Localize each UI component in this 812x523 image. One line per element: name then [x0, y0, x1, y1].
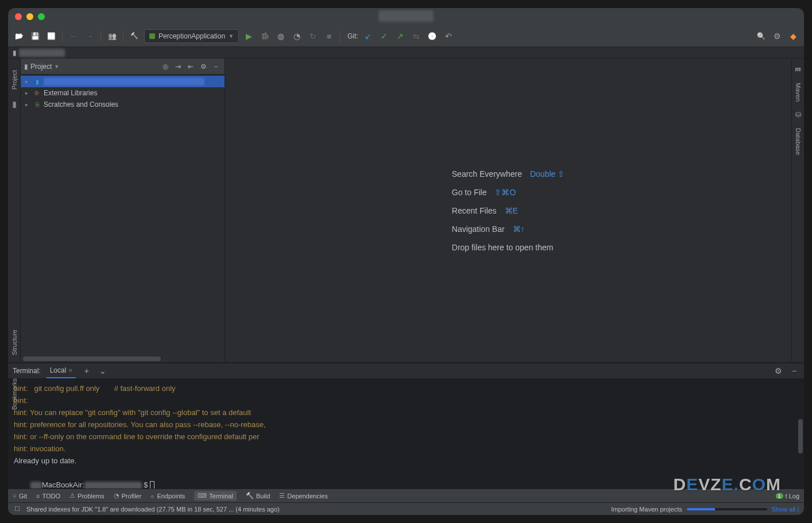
folder-tab-icon[interactable]: ▮ — [10, 101, 19, 110]
project-tree[interactable]: ▸ ▮ ▸ ⊪ External Libraries ▸ ⎘ Scratches… — [21, 75, 225, 362]
maven-tab-label: Maven — [795, 83, 802, 102]
project-tab-label: Project — [11, 70, 18, 90]
tab-label: Git — [19, 493, 27, 499]
hint-label: Search Everywhere — [452, 169, 522, 179]
problems-icon — [69, 492, 75, 499]
ide-gradient-icon[interactable]: ◆ — [787, 30, 799, 42]
hide-terminal-icon[interactable] — [789, 366, 799, 376]
tab-endpoints[interactable]: Endpoints — [150, 493, 185, 499]
nav-forward-icon[interactable] — [83, 30, 96, 42]
separator — [123, 30, 123, 42]
navigation-bar[interactable]: ▮ — [8, 47, 804, 59]
run-icon[interactable] — [242, 30, 255, 42]
hint-label: Drop files here to open them — [452, 243, 554, 252]
tab-profiler[interactable]: Profiler — [114, 492, 142, 499]
expand-arrow-icon[interactable]: ▸ — [25, 102, 31, 107]
maximize-window-button[interactable] — [38, 13, 45, 20]
tree-item-external-libraries[interactable]: ▸ ⊪ External Libraries — [21, 87, 225, 99]
git-rollback-icon[interactable] — [442, 30, 455, 42]
terminal-line: hint: git config pull.ff only # fast-for… — [14, 382, 798, 394]
project-view-icon: ▮ — [24, 63, 28, 71]
maven-tool-tab[interactable]: Maven — [795, 83, 802, 102]
tab-git[interactable]: Git — [13, 493, 27, 499]
project-panel-header: ▮ Project ▼ — [21, 59, 225, 75]
rerun-icon[interactable] — [307, 30, 319, 42]
tab-label: Profiler — [122, 493, 142, 499]
tab-todo[interactable]: TODO — [36, 493, 60, 499]
build-icon[interactable] — [128, 30, 141, 42]
git-commit-icon[interactable] — [378, 30, 390, 42]
hint-label: Recent Files — [452, 206, 497, 215]
structure-tool-tab[interactable]: Structure — [11, 330, 18, 355]
terminal-line: hint: or --ff-only on the command line t… — [14, 431, 798, 443]
stop-icon[interactable] — [323, 30, 335, 42]
nav-back-icon[interactable] — [67, 30, 80, 42]
panel-settings-icon[interactable] — [198, 61, 208, 72]
tree-item-scratches[interactable]: ▸ ⎘ Scratches and Consoles — [21, 99, 225, 110]
tab-terminal[interactable]: Terminal — [194, 491, 237, 501]
run-configuration-selector[interactable]: PerceptionApplication ▼ — [144, 29, 239, 43]
terminal-line: hint: invocation. — [14, 443, 798, 455]
quick-access-icon[interactable] — [13, 505, 22, 514]
tab-label: TODO — [42, 493, 60, 499]
expand-arrow-icon[interactable]: ▸ — [25, 79, 31, 84]
git-pull-icon[interactable] — [362, 30, 374, 42]
spring-config-icon — [149, 33, 155, 39]
select-opened-file-icon[interactable] — [160, 61, 171, 72]
search-everywhere-icon[interactable] — [755, 30, 767, 42]
git-update-icon[interactable] — [410, 30, 423, 42]
tree-item-label: External Libraries — [44, 89, 97, 97]
prompt-symbol: $ — [144, 481, 148, 489]
expand-all-icon[interactable] — [173, 61, 183, 72]
tree-root-item[interactable]: ▸ ▮ — [21, 76, 225, 87]
terminal-tab-local[interactable]: Local × — [47, 363, 76, 378]
expand-arrow-icon[interactable]: ▸ — [25, 90, 31, 96]
tab-event-log[interactable]: 1t Log — [776, 493, 799, 499]
tab-build[interactable]: Build — [246, 492, 270, 499]
status-bar: Shared indexes for JDK "1.8" are downloa… — [8, 502, 804, 515]
code-with-me-icon[interactable] — [106, 30, 118, 42]
prompt-host: MacBookAir: — [42, 481, 84, 489]
left-lower-strip: Structure Bookmarks — [8, 330, 21, 362]
main-area: Project ▮ ▮ Project ▼ ▸ — [8, 59, 804, 362]
coverage-icon[interactable] — [274, 30, 287, 42]
hint-navigation-bar: Navigation Bar ⌘↑ — [452, 224, 564, 234]
git-history-icon[interactable] — [426, 30, 439, 42]
horizontal-scrollbar[interactable] — [23, 357, 161, 361]
settings-icon[interactable] — [771, 30, 783, 42]
editor-hints: Search Everywhere Double ⇧ Go to File ⇧⌘… — [452, 169, 564, 252]
titlebar — [8, 8, 804, 25]
terminal-line: hint: — [14, 394, 798, 406]
new-terminal-icon[interactable] — [82, 366, 92, 376]
terminal-scrollbar[interactable] — [798, 419, 803, 454]
bottom-tool-tabs: Git TODO Problems Profiler Endpoints Ter… — [8, 489, 804, 502]
separator — [340, 30, 341, 42]
close-window-button[interactable] — [15, 13, 22, 20]
git-push-icon[interactable] — [394, 30, 407, 42]
project-panel-title[interactable]: ▮ Project ▼ — [24, 63, 59, 71]
terminal-tab-label: Local — [50, 366, 67, 374]
editor-empty-state[interactable]: Search Everywhere Double ⇧ Go to File ⇧⌘… — [225, 59, 791, 362]
save-icon[interactable] — [29, 30, 41, 42]
collapse-all-icon[interactable] — [185, 61, 196, 72]
terminal-dropdown-icon[interactable] — [98, 366, 108, 376]
titlebar-title-blurred — [378, 10, 434, 22]
profile-icon[interactable] — [291, 30, 303, 42]
debug-icon[interactable] — [258, 30, 271, 42]
open-icon[interactable] — [13, 30, 25, 42]
progress-bar[interactable] — [687, 508, 767, 510]
separator — [100, 30, 101, 42]
database-tool-tab[interactable]: Database — [795, 128, 802, 155]
project-tool-tab[interactable]: Project — [11, 70, 18, 90]
hide-panel-icon[interactable] — [211, 61, 221, 72]
close-tab-icon[interactable]: × — [68, 367, 72, 374]
tab-problems[interactable]: Problems — [69, 492, 104, 499]
tab-dependencies[interactable]: Dependencies — [279, 492, 327, 499]
minimize-window-button[interactable] — [26, 13, 33, 20]
show-all-link[interactable]: Show all ( — [772, 506, 799, 513]
database-icon: ⛁ — [795, 111, 801, 119]
terminal-body[interactable]: hint: git config pull.ff only # fast-for… — [8, 379, 804, 489]
terminal-settings-icon[interactable] — [773, 366, 783, 376]
project-title-text: Project — [30, 63, 52, 71]
sync-icon[interactable] — [45, 30, 57, 42]
